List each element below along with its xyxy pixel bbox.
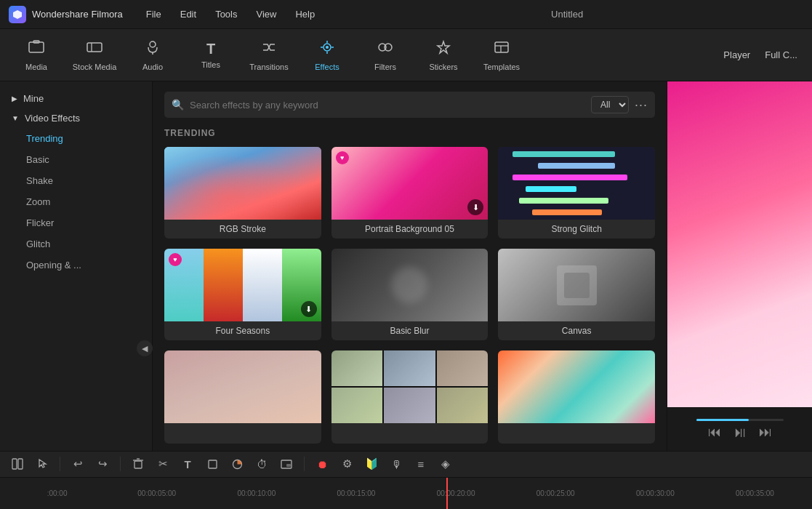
effect-card-strong-glitch[interactable]: Strong Glitch <box>498 147 655 239</box>
forward-button[interactable]: ⏭ <box>759 425 772 440</box>
tool-audio[interactable]: Audio <box>124 31 182 79</box>
sidebar-item-glitch[interactable]: Glitch <box>0 233 152 254</box>
svg-rect-24 <box>209 460 217 468</box>
tl-sep-2 <box>120 457 121 471</box>
tl-undo-button[interactable]: ↩ <box>68 454 88 474</box>
tl-delete-button[interactable] <box>128 454 148 474</box>
tool-transitions[interactable]: Transitions <box>240 31 298 79</box>
stickers-icon <box>435 39 452 60</box>
tl-color-button[interactable] <box>227 454 247 474</box>
tool-audio-label: Audio <box>142 63 163 71</box>
effect-thumb-basic-blur <box>331 249 489 321</box>
ruler-tick-7: 00:00:35:00 <box>705 489 805 497</box>
tl-mask-button[interactable]: 🔰 <box>361 454 382 474</box>
svg-point-8 <box>326 46 329 49</box>
tool-stock-media-label: Stock Media <box>73 63 117 71</box>
tool-transitions-label: Transitions <box>249 63 288 71</box>
menu-edit[interactable]: Edit <box>177 7 199 21</box>
tl-text-button[interactable]: T <box>177 454 198 474</box>
svg-rect-3 <box>87 43 102 52</box>
tl-cut-button[interactable]: ✂ <box>153 454 173 474</box>
four-seasons-premium-badge: ♥ <box>169 253 182 266</box>
sidebar-item-trending[interactable]: Trending <box>0 128 152 149</box>
effect-card-basic-blur[interactable]: Basic Blur <box>331 249 489 340</box>
tool-filters-label: Filters <box>374 63 396 71</box>
sidebar-item-shake[interactable]: Shake <box>0 170 152 191</box>
tool-templates-label: Templates <box>483 63 520 71</box>
effect-card-9[interactable] <box>498 350 655 444</box>
effect-thumb-canvas <box>498 249 655 321</box>
fullscreen-button[interactable]: Full C... <box>757 47 805 63</box>
effect-name-basic-blur: Basic Blur <box>331 321 489 340</box>
filter-dropdown[interactable]: All <box>591 96 629 113</box>
svg-rect-27 <box>286 464 291 467</box>
rewind-button[interactable]: ⏮ <box>708 425 721 440</box>
sidebar-mine-header[interactable]: ▶ Mine <box>0 89 152 108</box>
stock-media-icon <box>86 39 103 60</box>
effect-name-9 <box>498 423 655 444</box>
svg-point-5 <box>150 41 156 47</box>
effect-card-8[interactable] <box>331 350 489 444</box>
tl-settings-button[interactable]: ⚙ <box>337 454 357 474</box>
ruler-tick-2: 00:00:10:00 <box>206 489 306 497</box>
video-effects-arrow-icon: ▼ <box>12 114 19 122</box>
menu-file[interactable]: File <box>143 7 164 21</box>
menu-help[interactable]: Help <box>292 7 318 21</box>
sidebar-collapse-icon: ◀ <box>142 344 148 353</box>
preview-progress-fill <box>696 419 749 421</box>
effect-name-portrait-bg: Portrait Background 05 <box>331 220 489 239</box>
audio-icon <box>144 39 161 60</box>
tl-mic-button[interactable]: 🎙 <box>386 454 406 474</box>
search-input[interactable] <box>190 100 585 111</box>
templates-icon <box>493 39 510 60</box>
tl-layers-button[interactable]: ≡ <box>411 454 431 474</box>
tl-select-button[interactable] <box>32 454 52 474</box>
menu-view[interactable]: View <box>253 7 279 21</box>
effect-card-canvas[interactable]: Canvas <box>498 249 655 340</box>
effect-card-portrait-bg[interactable]: ♥ ⬇ Portrait Background 05 <box>331 147 489 239</box>
sidebar-mine-label: Mine <box>23 93 44 104</box>
tl-split-button[interactable] <box>7 454 28 474</box>
ruler-tick-4: 00:00:20:00 <box>406 489 506 497</box>
tl-sep-3 <box>304 457 305 471</box>
tool-media-label: Media <box>25 63 47 71</box>
sidebar-item-flicker[interactable]: Flicker <box>0 212 152 233</box>
play-button[interactable]: ⏯ <box>733 424 747 441</box>
effect-card-rgb-stroke[interactable]: RGB Stroke <box>164 147 321 239</box>
more-options-button[interactable]: ··· <box>635 97 648 113</box>
timeline-playhead[interactable] <box>446 478 448 509</box>
tl-crop-button[interactable] <box>202 454 222 474</box>
tl-timer-button[interactable]: ⏱ <box>252 454 272 474</box>
player-button[interactable]: Player <box>716 47 757 63</box>
tool-stock-media[interactable]: Stock Media <box>65 31 124 79</box>
sidebar-item-zoom[interactable]: Zoom <box>0 191 152 212</box>
tool-filters[interactable]: Filters <box>356 31 414 79</box>
tl-record-button[interactable]: ⏺ <box>312 454 332 474</box>
effect-card-7[interactable] <box>164 350 321 444</box>
media-icon <box>28 39 45 60</box>
sidebar-collapse-button[interactable]: ◀ <box>137 340 153 356</box>
section-title: TRENDING <box>164 128 655 138</box>
four-seasons-download-badge[interactable]: ⬇ <box>301 301 317 317</box>
menu-bar: Wondershare Filmora File Edit Tools View… <box>0 0 812 29</box>
tl-redo-button[interactable]: ↪ <box>92 454 113 474</box>
effect-card-four-seasons[interactable]: ♥ ⬇ Four Seasons <box>164 249 321 340</box>
tool-titles[interactable]: T Titles <box>182 31 240 79</box>
sidebar-video-effects-header[interactable]: ▼ Video Effects <box>0 108 152 128</box>
sidebar-video-effects-label: Video Effects <box>25 113 80 124</box>
tool-effects[interactable]: Effects <box>298 31 356 79</box>
tl-pip-button[interactable] <box>276 454 297 474</box>
tl-ai-button[interactable]: ◈ <box>435 454 456 474</box>
tool-stickers[interactable]: Stickers <box>414 31 473 79</box>
menu-tools[interactable]: Tools <box>212 7 240 21</box>
effect-thumb-9 <box>498 350 655 423</box>
tool-effects-label: Effects <box>315 63 339 71</box>
premium-badge: ♥ <box>336 151 349 164</box>
effect-thumb-four-seasons: ♥ ⬇ <box>164 249 321 321</box>
tl-sep-1 <box>60 457 60 471</box>
toolbar: Media Stock Media Audio T Titles Transit… <box>0 29 812 81</box>
tool-media[interactable]: Media <box>7 31 65 79</box>
sidebar-item-opening[interactable]: Opening & ... <box>0 254 152 276</box>
tool-templates[interactable]: Templates <box>473 31 531 79</box>
sidebar-item-basic[interactable]: Basic <box>0 149 152 170</box>
